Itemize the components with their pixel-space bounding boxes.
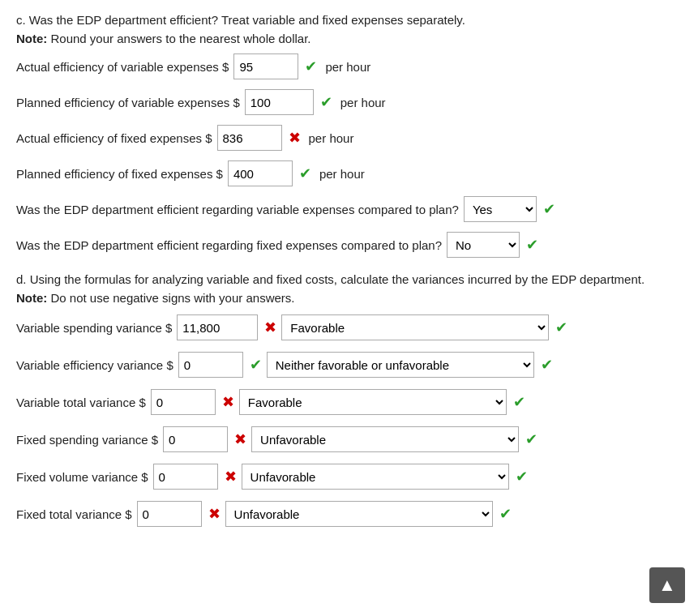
var-efficiency-variance-check-icon: ✔ [250, 356, 262, 374]
actual-fixed-efficiency-row: Actual efficiency of fixed expenses $ ✖ … [16, 125, 682, 151]
planned-fixed-efficiency-label: Planned efficiency of fixed expenses $ [16, 167, 223, 181]
planned-var-efficiency-input[interactable] [245, 89, 314, 115]
fixed-spending-variance-row: Fixed spending variance $ ✖ Favorable Un… [16, 426, 682, 452]
var-total-variance-select[interactable]: Favorable Unfavorable Neither favorable … [239, 389, 507, 415]
fixed-total-variance-input[interactable] [137, 501, 202, 527]
actual-fixed-efficiency-input[interactable] [217, 125, 282, 151]
efficient-fixed-row: Was the EDP department efficient regardi… [16, 232, 682, 258]
efficient-fixed-check-icon: ✔ [526, 236, 538, 254]
planned-fixed-efficiency-check-icon: ✔ [299, 165, 311, 182]
section-c-note: Note: Round your answers to the nearest … [16, 32, 682, 45]
var-total-variance-row: Variable total variance $ ✖ Favorable Un… [16, 389, 682, 415]
actual-var-efficiency-check-icon: ✔ [305, 58, 317, 75]
fixed-spending-variance-check-icon: ✔ [525, 430, 537, 448]
fixed-spending-variance-input[interactable] [163, 426, 228, 452]
efficient-variable-check-icon: ✔ [543, 200, 555, 218]
var-efficiency-variance-row: Variable efficiency variance $ ✔ Favorab… [16, 352, 682, 378]
var-total-variance-input[interactable] [151, 389, 216, 415]
fixed-volume-variance-check-icon: ✔ [516, 468, 528, 486]
var-efficiency-variance-label: Variable efficiency variance $ [16, 358, 173, 372]
efficient-variable-select[interactable]: Yes No [464, 196, 537, 222]
var-total-variance-check-icon: ✔ [513, 393, 525, 411]
var-efficiency-variance-input[interactable] [178, 352, 243, 378]
actual-fixed-efficiency-label: Actual efficiency of fixed expenses $ [16, 131, 212, 145]
planned-var-efficiency-row: Planned efficiency of variable expenses … [16, 89, 682, 115]
efficient-variable-row: Was the EDP department efficient regardi… [16, 196, 682, 222]
var-spending-variance-check-icon: ✔ [555, 319, 567, 336]
fixed-total-variance-cross-icon: ✖ [208, 505, 221, 523]
var-spending-variance-cross-icon: ✖ [264, 319, 276, 336]
fixed-total-variance-select[interactable]: Favorable Unfavorable Neither favorable … [225, 501, 493, 527]
var-spending-variance-label: Variable spending variance $ [16, 321, 172, 335]
planned-var-efficiency-check-icon: ✔ [320, 93, 332, 111]
actual-var-efficiency-label: Actual efficiency of variable expenses $ [16, 60, 229, 74]
fixed-volume-variance-input[interactable] [153, 464, 218, 490]
note-label: Note: [16, 32, 47, 45]
fixed-total-variance-label: Fixed total variance $ [16, 507, 132, 521]
fixed-volume-variance-select[interactable]: Favorable Unfavorable Neither favorable … [242, 464, 509, 490]
var-spending-variance-input[interactable] [177, 314, 258, 340]
fixed-spending-variance-label: Fixed spending variance $ [16, 433, 158, 447]
planned-fixed-efficiency-input[interactable] [228, 160, 293, 186]
var-total-variance-cross-icon: ✖ [222, 393, 234, 411]
fixed-spending-variance-cross-icon: ✖ [234, 430, 246, 448]
efficient-fixed-select[interactable]: Yes No [447, 232, 520, 258]
actual-fixed-efficiency-cross-icon: ✖ [289, 129, 301, 147]
var-efficiency-variance-select[interactable]: Favorable Unfavorable Neither favorable … [267, 352, 534, 378]
actual-var-efficiency-per-hour: per hour [325, 60, 370, 74]
efficient-variable-label: Was the EDP department efficient regardi… [16, 203, 459, 216]
efficient-fixed-label: Was the EDP department efficient regardi… [16, 238, 442, 252]
section-d-note: Note: Do not use negative signs with you… [16, 291, 682, 305]
fixed-spending-variance-select[interactable]: Favorable Unfavorable Neither favorable … [251, 426, 519, 452]
planned-fixed-efficiency-row: Planned efficiency of fixed expenses $ ✔… [16, 160, 682, 186]
var-spending-variance-select[interactable]: Favorable Unfavorable Neither favorable … [281, 314, 549, 340]
fixed-volume-variance-label: Fixed volume variance $ [16, 470, 148, 484]
section-d-note-label: Note: [16, 291, 47, 305]
fixed-total-variance-row: Fixed total variance $ ✖ Favorable Unfav… [16, 501, 682, 527]
section-d-note-text-value: Do not use negative signs with your answ… [51, 291, 295, 305]
section-d-title: d. Using the formulas for analyzing vari… [16, 272, 682, 286]
var-spending-variance-row: Variable spending variance $ ✖ Favorable… [16, 314, 682, 340]
planned-var-efficiency-label: Planned efficiency of variable expenses … [16, 96, 240, 109]
note-text-value: Round your answers to the nearest whole … [51, 32, 311, 45]
actual-var-efficiency-row: Actual efficiency of variable expenses $… [16, 53, 682, 79]
section-c-title: c. Was the EDP department efficient? Tre… [16, 13, 682, 27]
planned-fixed-efficiency-per-hour: per hour [319, 167, 365, 181]
fixed-total-variance-check-icon: ✔ [499, 505, 512, 523]
actual-fixed-efficiency-per-hour: per hour [309, 131, 354, 145]
planned-var-efficiency-per-hour: per hour [340, 96, 386, 109]
var-total-variance-label: Variable total variance $ [16, 396, 146, 409]
actual-var-efficiency-input[interactable] [233, 53, 298, 79]
fixed-volume-variance-cross-icon: ✖ [225, 468, 237, 486]
var-efficiency-variance-dropdown-check-icon: ✔ [541, 356, 553, 374]
fixed-volume-variance-row: Fixed volume variance $ ✖ Favorable Unfa… [16, 464, 682, 490]
